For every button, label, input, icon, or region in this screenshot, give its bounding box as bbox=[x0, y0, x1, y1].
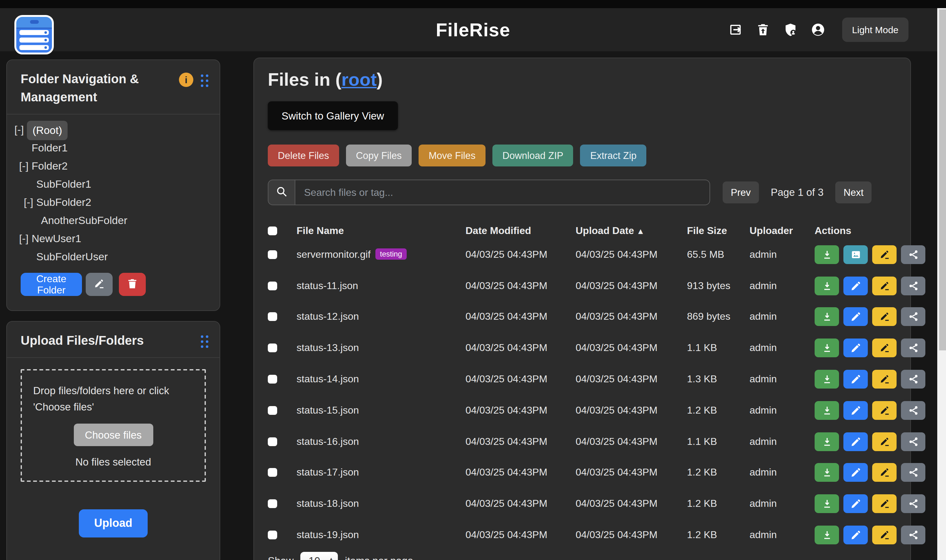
search-icon[interactable] bbox=[268, 180, 295, 205]
rename-button[interactable] bbox=[872, 245, 897, 264]
file-name[interactable]: status-17.json bbox=[297, 467, 359, 478]
scrollbar-thumb[interactable] bbox=[939, 9, 946, 351]
table-row[interactable]: status-17.json04/03/25 04:43PM04/03/25 0… bbox=[268, 457, 897, 488]
download-button[interactable] bbox=[815, 526, 839, 545]
download-button[interactable] bbox=[815, 308, 839, 326]
collapse-toggle[interactable]: [-] bbox=[19, 157, 28, 175]
share-button[interactable] bbox=[901, 308, 925, 326]
table-row[interactable]: status-19.json04/03/25 04:43PM04/03/25 0… bbox=[268, 519, 897, 551]
column-header-date-modified[interactable]: Date Modified bbox=[466, 225, 575, 237]
folder-label[interactable]: NewUser1 bbox=[32, 230, 82, 248]
delete-files-button[interactable]: Delete Files bbox=[268, 145, 339, 166]
table-row[interactable]: servermonitor.giftesting04/03/25 04:43PM… bbox=[268, 239, 897, 270]
rename-button[interactable] bbox=[872, 463, 897, 482]
row-checkbox[interactable] bbox=[268, 281, 277, 290]
row-checkbox[interactable] bbox=[268, 375, 277, 383]
column-header-actions[interactable]: Actions bbox=[815, 225, 897, 237]
admin-shield-icon[interactable] bbox=[783, 23, 798, 37]
rename-button[interactable] bbox=[872, 401, 897, 420]
create-folder-button[interactable]: Create Folder bbox=[21, 273, 82, 296]
rename-button[interactable] bbox=[872, 370, 897, 389]
tree-item-newuser1[interactable]: [-]NewUser1 bbox=[7, 230, 220, 248]
row-checkbox[interactable] bbox=[268, 468, 277, 477]
next-page-button[interactable]: Next bbox=[835, 182, 872, 203]
share-button[interactable] bbox=[901, 401, 925, 420]
folder-label[interactable]: SubFolderUser bbox=[36, 248, 108, 266]
collapse-toggle[interactable]: [-] bbox=[19, 230, 28, 248]
edit-button[interactable] bbox=[843, 526, 868, 545]
edit-button[interactable] bbox=[843, 432, 868, 451]
share-button[interactable] bbox=[901, 370, 925, 389]
share-button[interactable] bbox=[901, 463, 925, 482]
extract-zip-button[interactable]: Extract Zip bbox=[580, 145, 647, 166]
file-name[interactable]: status-13.json bbox=[297, 343, 359, 353]
delete-folder-button[interactable] bbox=[119, 273, 146, 296]
edit-button[interactable] bbox=[843, 370, 868, 389]
download-zip-button[interactable]: Download ZIP bbox=[492, 145, 574, 166]
download-button[interactable] bbox=[815, 401, 839, 420]
share-button[interactable] bbox=[901, 276, 925, 295]
rename-button[interactable] bbox=[872, 276, 897, 295]
download-button[interactable] bbox=[815, 370, 839, 389]
download-button[interactable] bbox=[815, 495, 839, 513]
rename-button[interactable] bbox=[872, 526, 897, 545]
trash-restore-icon[interactable] bbox=[756, 23, 770, 37]
row-checkbox[interactable] bbox=[268, 406, 277, 415]
tree-item-anothersubfolder[interactable]: AnotherSubFolder bbox=[7, 211, 220, 230]
folder-label[interactable]: SubFolder1 bbox=[36, 175, 91, 193]
file-name[interactable]: status-18.json bbox=[297, 498, 359, 509]
download-button[interactable] bbox=[815, 276, 839, 295]
select-all-checkbox[interactable] bbox=[268, 226, 277, 235]
row-checkbox[interactable] bbox=[268, 344, 277, 352]
column-header-file-size[interactable]: File Size bbox=[687, 225, 749, 237]
edit-button[interactable] bbox=[843, 401, 868, 420]
download-button[interactable] bbox=[815, 432, 839, 451]
column-header-upload-date[interactable]: Upload Date▲ bbox=[575, 225, 687, 237]
tree-item-subfolder1[interactable]: SubFolder1 bbox=[7, 175, 220, 193]
file-name[interactable]: status-15.json bbox=[297, 405, 359, 415]
row-checkbox[interactable] bbox=[268, 531, 277, 539]
table-row[interactable]: status-12.json04/03/25 04:43PM04/03/25 0… bbox=[268, 301, 897, 332]
folder-label[interactable]: Folder1 bbox=[32, 139, 68, 157]
edit-button[interactable] bbox=[843, 276, 868, 295]
table-row[interactable]: status-16.json04/03/25 04:43PM04/03/25 0… bbox=[268, 426, 897, 457]
collapse-toggle[interactable]: [-] bbox=[14, 121, 24, 139]
download-button[interactable] bbox=[815, 463, 839, 482]
table-row[interactable]: status-13.json04/03/25 04:43PM04/03/25 0… bbox=[268, 332, 897, 364]
logout-icon[interactable] bbox=[728, 23, 743, 37]
upload-button[interactable]: Upload bbox=[79, 509, 148, 537]
tree-item-subfolder2[interactable]: [-]SubFolder2 bbox=[7, 193, 220, 211]
folder-label[interactable]: SubFolder2 bbox=[36, 193, 91, 211]
folder-label[interactable]: Folder2 bbox=[32, 157, 68, 175]
row-checkbox[interactable] bbox=[268, 437, 277, 446]
info-icon[interactable]: i bbox=[179, 72, 193, 87]
account-icon[interactable] bbox=[811, 23, 825, 37]
row-checkbox[interactable] bbox=[268, 500, 277, 508]
folder-label[interactable]: AnotherSubFolder bbox=[41, 211, 127, 230]
drag-handle-icon[interactable] bbox=[201, 335, 208, 348]
share-button[interactable] bbox=[901, 245, 925, 264]
switch-gallery-view-button[interactable]: Switch to Gallery View bbox=[268, 102, 398, 130]
rename-button[interactable] bbox=[872, 495, 897, 513]
tree-item-folder2[interactable]: [-]Folder2 bbox=[7, 157, 220, 175]
preview-button[interactable] bbox=[843, 245, 868, 264]
rename-folder-button[interactable] bbox=[86, 273, 112, 296]
choose-files-button[interactable]: Choose files bbox=[74, 424, 153, 446]
tree-item-folder1[interactable]: Folder1 bbox=[7, 139, 220, 157]
download-button[interactable] bbox=[815, 245, 839, 264]
table-row[interactable]: status-14.json04/03/25 04:43PM04/03/25 0… bbox=[268, 363, 897, 395]
share-button[interactable] bbox=[901, 495, 925, 513]
file-name[interactable]: status-12.json bbox=[297, 311, 359, 322]
copy-files-button[interactable]: Copy Files bbox=[346, 145, 412, 166]
rename-button[interactable] bbox=[872, 432, 897, 451]
edit-button[interactable] bbox=[843, 495, 868, 513]
column-header-uploader[interactable]: Uploader bbox=[749, 225, 815, 237]
root-folder-link[interactable]: root bbox=[341, 69, 377, 89]
column-header-file-name[interactable]: File Name bbox=[297, 225, 466, 237]
tree-item-subfolderuser[interactable]: SubFolderUser bbox=[7, 248, 220, 266]
light-mode-button[interactable]: Light Mode bbox=[842, 17, 909, 42]
table-row[interactable]: status-15.json04/03/25 04:43PM04/03/25 0… bbox=[268, 395, 897, 426]
row-checkbox[interactable] bbox=[268, 312, 277, 321]
file-name[interactable]: servermonitor.gif bbox=[297, 249, 371, 260]
rename-button[interactable] bbox=[872, 308, 897, 326]
